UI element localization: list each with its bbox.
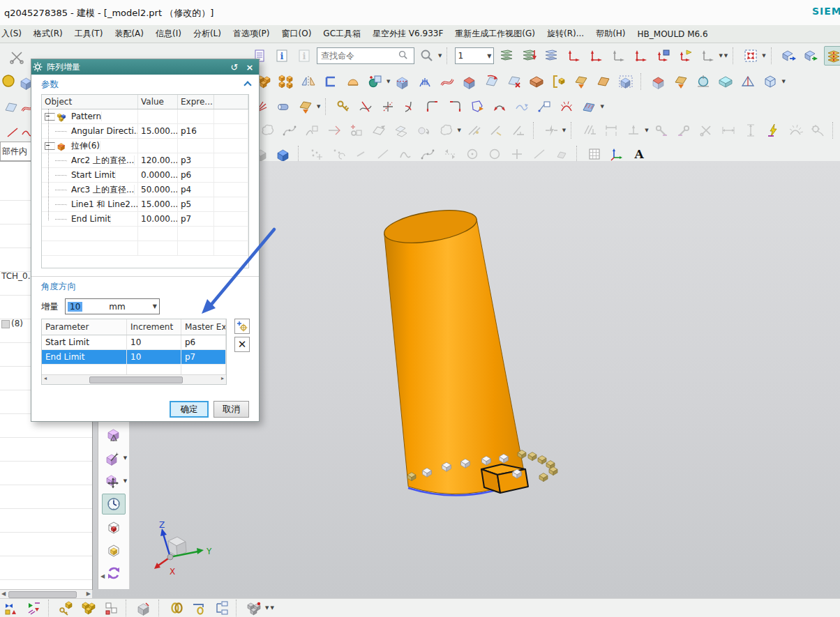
fit-view-icon[interactable] [741,46,760,66]
reference-dim-icon[interactable] [601,121,621,140]
layer-combo[interactable]: 1▼ [455,47,494,64]
wcs-save-icon[interactable] [653,46,673,66]
search-tool-icon[interactable] [417,46,437,66]
menu-item-7[interactable]: 窗口(O) [282,28,312,40]
refresh-icon[interactable] [102,563,126,584]
sequence-icon[interactable] [211,598,231,617]
draft-icon[interactable] [738,72,758,91]
dropdown-caret-icon[interactable]: ▼ [719,53,722,59]
reset-icon[interactable]: ↺ [228,61,241,73]
tube-icon[interactable] [273,97,293,116]
dropdown-caret-icon[interactable]: ▼ [123,455,127,461]
boolean-icon[interactable] [366,72,385,91]
col-value[interactable]: Value [138,95,178,109]
menu-item-0[interactable]: 入(S) [1,28,22,40]
gear-curve-icon[interactable] [808,121,827,140]
corner-curve-icon[interactable] [423,97,442,116]
add-component-icon[interactable] [57,598,76,617]
dropdown-caret-icon[interactable]: ▼ [762,53,765,59]
wcs-more-icon[interactable] [698,46,717,66]
scroll-right-icon[interactable]: ▶ [87,591,91,597]
scroll-thumb[interactable] [8,591,77,598]
remove-button[interactable]: ✕ [234,337,250,352]
no-resize-icon[interactable] [696,121,716,140]
cancel-button[interactable]: 取消 [213,401,249,418]
table-hscrollbar[interactable]: ◂ ▸ [42,374,226,384]
create-component-icon[interactable] [79,598,98,617]
param-row-0[interactable]: Pattern [42,109,248,124]
dropdown-caret-icon[interactable]: ▼ [645,128,648,133]
quick-trim-icon[interactable] [356,97,375,116]
key-document-icon[interactable] [333,97,353,116]
table-scroll-left-icon[interactable]: ◂ [44,375,47,381]
offset-face-icon[interactable] [343,72,363,91]
bridge-curve-icon[interactable] [490,97,509,116]
table-scroll-right-icon[interactable]: ▸ [221,375,224,381]
wave-link-icon[interactable] [189,598,209,617]
menu-item-3[interactable]: 装配(A) [114,28,144,40]
increment-row-1[interactable]: End Limit10p7 [42,350,226,365]
tree-collapse-icon[interactable] [45,113,55,121]
constraint-b-icon[interactable] [486,121,506,140]
component-array-icon[interactable] [101,598,121,617]
interpart-link-icon[interactable] [167,598,186,617]
face-curve-icon[interactable] [579,97,599,116]
strip-overflow-icon[interactable]: ◀ [100,573,105,579]
offset-extract-icon[interactable] [302,121,322,140]
information-icon[interactable]: i [272,46,292,66]
param-row-1[interactable]: Angular Directi...15.000...p16 [42,124,248,139]
bend-icon[interactable] [594,72,613,91]
horizontal-dim-icon[interactable] [719,121,738,140]
sphere-icon[interactable] [693,72,713,91]
dropdown-caret-icon[interactable]: ▼ [123,478,127,484]
param-row-7[interactable]: End Limit10.000...p7 [42,212,248,227]
assembly-constraints-icon[interactable] [1,598,21,617]
menu-item-9[interactable]: 星空外挂 V6.933F [373,28,443,40]
rib-icon[interactable] [415,72,435,91]
corner-curve2-icon[interactable] [445,97,465,116]
dropdown-caret-icon[interactable]: ▼ [781,79,785,84]
add-existing-curve-icon[interactable] [347,121,366,140]
panel-tree-item-1[interactable]: (8) [11,319,23,328]
delay-update-icon[interactable] [102,494,126,515]
parallel-constraint-icon[interactable] [579,121,599,140]
param-row-6[interactable]: Line1 和 Line2...15.000...p5 [42,197,248,212]
layer-visible-icon[interactable] [519,46,539,66]
project-curve-icon[interactable] [512,97,532,116]
wcs-dynamics-icon[interactable] [608,46,628,66]
pattern-geometry-icon[interactable] [276,72,296,91]
close-icon[interactable]: × [243,61,256,73]
param-row-3[interactable]: Arc2 上的直径...120.00...p3 [42,153,248,168]
show-hide-icon[interactable] [102,517,126,538]
param-row-2[interactable]: 拉伸(6) [42,139,248,153]
menu-item-13[interactable]: HB_MOULD M6.6 [638,29,708,39]
sheet-body-icon[interactable] [482,72,502,91]
information-gray-icon[interactable]: i [294,46,314,66]
alternate-solution-icon[interactable] [624,121,643,140]
wcs-orient-icon[interactable] [564,46,583,66]
dropdown-caret-icon[interactable]: ▼ [562,128,566,133]
tree-collapse-icon[interactable] [45,142,55,150]
menu-item-12[interactable]: 帮助(H) [596,28,625,40]
increment-row-0[interactable]: Start Limit10p6 [42,335,226,350]
col-increment[interactable]: Increment [127,319,181,335]
menu-item-1[interactable]: 格式(R) [33,28,63,40]
intersection-curve-icon[interactable] [391,121,411,140]
add-set-button[interactable] [234,319,250,334]
lasso-icon[interactable] [436,121,456,140]
polyhedron-icon[interactable] [760,72,780,91]
param-row-4[interactable]: Start Limit0.0000...p6 [42,168,248,183]
constraint-a-icon[interactable] [464,121,483,140]
convert-reference-icon[interactable] [674,121,693,140]
emboss-icon[interactable] [649,72,668,91]
component-set-icon[interactable] [244,598,264,617]
fillet-curve-icon[interactable] [400,97,420,116]
trim-recipe-icon[interactable] [324,121,344,140]
dialog-header[interactable]: 阵列增量 ↺ × [31,59,259,75]
collapse-chevron-icon[interactable] [245,81,250,86]
col-master[interactable]: Master Ex. [181,319,226,335]
menu-item-4[interactable]: 信息(I) [156,28,181,40]
auto-constrain-icon[interactable] [541,121,561,140]
move-component-icon[interactable] [24,598,43,617]
param-row-5[interactable]: Arc3 上的直径...50.000...p4 [42,183,248,197]
